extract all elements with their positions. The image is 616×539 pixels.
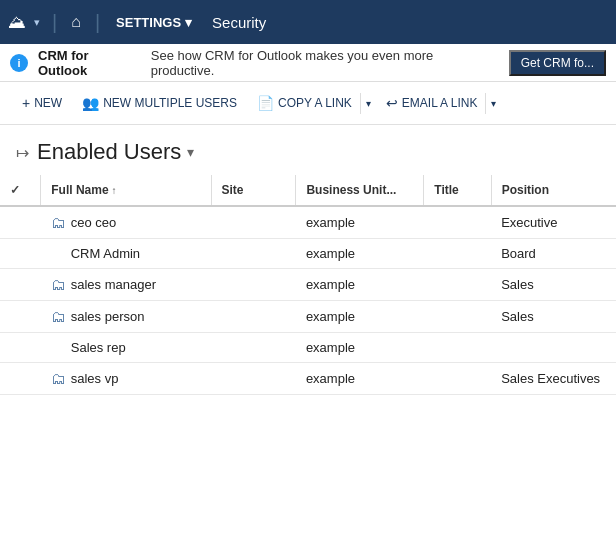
table-header-row: ✓ Full Name ↑ Site Business Unit... Titl… [0,175,616,206]
row-business-unit: example [296,206,424,239]
row-check-cell[interactable] [0,363,41,395]
row-position: Executive [491,206,616,239]
page-title: Enabled Users [37,139,181,165]
row-position [491,333,616,363]
outlook-banner: i CRM for Outlook See how CRM for Outloo… [0,44,616,82]
col-header-site[interactable]: Site [211,175,296,206]
settings-button[interactable]: SETTINGS ▾ [108,11,200,34]
new-multiple-button[interactable]: 👥 NEW MULTIPLE USERS [72,90,247,116]
row-title [424,206,491,239]
user-hierarchy-icon: 🗂 [51,214,66,231]
row-title [424,363,491,395]
email-link-dropdown[interactable]: ▾ [485,93,501,114]
row-title [424,301,491,333]
copy-icon: 📄 [257,95,274,111]
banner-info-icon: i [10,54,28,72]
row-check-cell[interactable] [0,333,41,363]
row-site [211,206,296,239]
table-row: 🗂sales managerexampleSales [0,269,616,301]
row-fullname: 🗂ceo ceo [41,206,211,239]
row-site [211,333,296,363]
banner-title: CRM for Outlook [38,48,141,78]
logo: ⛰ [8,12,26,33]
row-business-unit: example [296,239,424,269]
row-check-cell[interactable] [0,206,41,239]
row-position: Board [491,239,616,269]
row-check-cell[interactable] [0,301,41,333]
copy-link-button[interactable]: 📄 COPY A LINK [247,90,362,116]
banner-cta-button[interactable]: Get CRM fo... [509,50,606,76]
users-table: ✓ Full Name ↑ Site Business Unit... Titl… [0,175,616,395]
col-header-business-unit[interactable]: Business Unit... [296,175,424,206]
user-hierarchy-icon: 🗂 [51,276,66,293]
user-hierarchy-icon: 🗂 [51,370,66,387]
home-icon[interactable]: ⌂ [65,9,87,35]
page-header: ↦ Enabled Users ▾ [0,125,616,175]
new-icon: + [22,95,30,111]
row-fullname: 🗂sales vp [41,363,211,395]
col-header-fullname[interactable]: Full Name ↑ [41,175,211,206]
row-site [211,269,296,301]
user-hierarchy-icon: 🗂 [51,308,66,325]
row-fullname: Sales rep [41,333,211,363]
new-multiple-group: 👥 NEW MULTIPLE USERS [72,90,247,116]
row-site [211,301,296,333]
col-header-position[interactable]: Position [491,175,616,206]
copy-link-dropdown[interactable]: ▾ [360,93,376,114]
col-header-title[interactable]: Title [424,175,491,206]
row-position: Sales Executives [491,363,616,395]
row-title [424,239,491,269]
sort-icon: ↑ [112,185,117,196]
row-site [211,363,296,395]
email-link-button[interactable]: ↩ EMAIL A LINK [376,90,488,116]
table-row: 🗂sales vpexampleSales Executives [0,363,616,395]
new-multiple-icon: 👥 [82,95,99,111]
row-business-unit: example [296,301,424,333]
pin-icon: ↦ [16,143,29,162]
row-check-cell[interactable] [0,239,41,269]
new-button[interactable]: + NEW [12,90,72,116]
row-position: Sales [491,269,616,301]
row-business-unit: example [296,333,424,363]
nav-separator-1: | [52,11,57,34]
nav-separator-2: | [95,11,100,34]
action-toolbar: + NEW 👥 NEW MULTIPLE USERS 📄 COPY A LINK… [0,82,616,125]
table-row: 🗂ceo ceoexampleExecutive [0,206,616,239]
row-fullname: CRM Admin [41,239,211,269]
email-link-group: ↩ EMAIL A LINK ▾ [376,90,502,116]
col-header-check[interactable]: ✓ [0,175,41,206]
logo-icon: ⛰ [8,12,26,33]
top-navigation: ⛰ ▾ | ⌂ | SETTINGS ▾ Security [0,0,616,44]
row-site [211,239,296,269]
banner-text: See how CRM for Outlook makes you even m… [151,48,499,78]
row-fullname: 🗂sales manager [41,269,211,301]
table-row: 🗂sales personexampleSales [0,301,616,333]
table-row: CRM AdminexampleBoard [0,239,616,269]
security-label: Security [212,14,266,31]
row-check-cell[interactable] [0,269,41,301]
row-title [424,269,491,301]
page-title-dropdown[interactable]: ▾ [187,144,194,160]
row-position: Sales [491,301,616,333]
row-business-unit: example [296,363,424,395]
logo-dropdown[interactable]: ▾ [30,14,44,31]
table-row: Sales repexample [0,333,616,363]
copy-link-group: 📄 COPY A LINK ▾ [247,90,376,116]
row-fullname: 🗂sales person [41,301,211,333]
email-icon: ↩ [386,95,398,111]
row-business-unit: example [296,269,424,301]
row-title [424,333,491,363]
